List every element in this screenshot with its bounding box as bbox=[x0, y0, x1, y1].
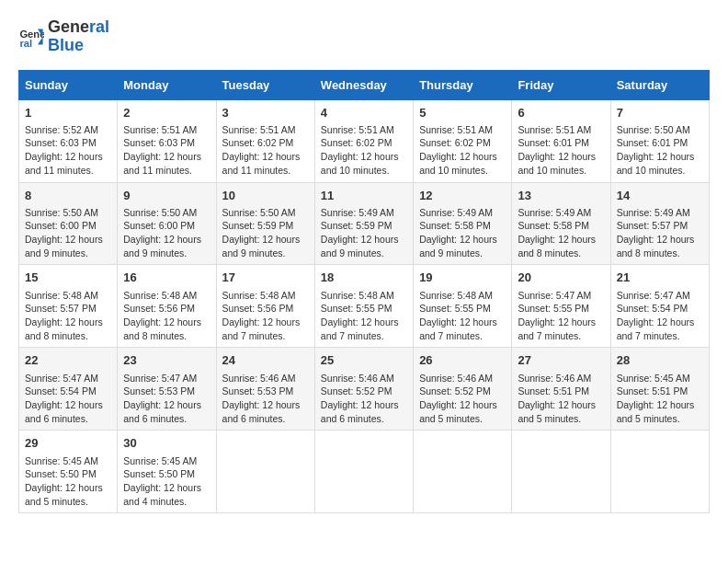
calendar-day-cell: 27Sunrise: 5:46 AM Sunset: 5:51 PM Dayli… bbox=[512, 348, 610, 431]
calendar-day-cell bbox=[314, 431, 413, 513]
calendar-day-cell bbox=[610, 431, 709, 513]
header-row: SundayMondayTuesdayWednesdayThursdayFrid… bbox=[19, 70, 710, 99]
calendar-day-cell: 1Sunrise: 5:52 AM Sunset: 6:03 PM Daylig… bbox=[19, 99, 118, 182]
day-number: 7 bbox=[617, 105, 703, 121]
day-info: Sunrise: 5:51 AM Sunset: 6:03 PM Dayligh… bbox=[123, 123, 210, 178]
calendar-table: SundayMondayTuesdayWednesdayThursdayFrid… bbox=[18, 70, 710, 514]
calendar-day-cell: 26Sunrise: 5:46 AM Sunset: 5:52 PM Dayli… bbox=[414, 348, 512, 431]
calendar-day-cell: 16Sunrise: 5:48 AM Sunset: 5:56 PM Dayli… bbox=[118, 265, 216, 348]
day-number: 28 bbox=[617, 352, 703, 369]
day-info: Sunrise: 5:50 AM Sunset: 6:01 PM Dayligh… bbox=[617, 123, 703, 178]
day-info: Sunrise: 5:46 AM Sunset: 5:53 PM Dayligh… bbox=[222, 372, 309, 426]
logo-icon: Gene ral bbox=[18, 24, 44, 50]
calendar-week-row: 1Sunrise: 5:52 AM Sunset: 6:03 PM Daylig… bbox=[19, 99, 710, 182]
page-header: Gene ral GeneralBlue bbox=[18, 18, 710, 55]
day-number: 16 bbox=[123, 270, 210, 286]
day-number: 18 bbox=[321, 270, 407, 286]
day-info: Sunrise: 5:51 AM Sunset: 6:02 PM Dayligh… bbox=[222, 123, 309, 178]
day-number: 14 bbox=[617, 188, 703, 204]
day-info: Sunrise: 5:51 AM Sunset: 6:02 PM Dayligh… bbox=[419, 123, 506, 178]
day-number: 10 bbox=[222, 188, 309, 204]
weekday-header: Saturday bbox=[610, 70, 709, 99]
calendar-header: SundayMondayTuesdayWednesdayThursdayFrid… bbox=[19, 70, 710, 99]
calendar-day-cell: 3Sunrise: 5:51 AM Sunset: 6:02 PM Daylig… bbox=[216, 99, 314, 182]
calendar-day-cell: 2Sunrise: 5:51 AM Sunset: 6:03 PM Daylig… bbox=[118, 99, 216, 182]
day-info: Sunrise: 5:51 AM Sunset: 6:01 PM Dayligh… bbox=[518, 123, 604, 178]
day-info: Sunrise: 5:45 AM Sunset: 5:51 PM Dayligh… bbox=[617, 372, 703, 426]
calendar-day-cell: 9Sunrise: 5:50 AM Sunset: 6:00 PM Daylig… bbox=[118, 182, 216, 265]
day-info: Sunrise: 5:46 AM Sunset: 5:51 PM Dayligh… bbox=[518, 372, 604, 426]
calendar-day-cell bbox=[216, 431, 314, 513]
calendar-day-cell bbox=[512, 431, 610, 513]
day-number: 30 bbox=[123, 435, 210, 452]
day-info: Sunrise: 5:48 AM Sunset: 5:56 PM Dayligh… bbox=[222, 289, 309, 343]
day-info: Sunrise: 5:45 AM Sunset: 5:50 PM Dayligh… bbox=[123, 454, 210, 509]
day-info: Sunrise: 5:48 AM Sunset: 5:55 PM Dayligh… bbox=[419, 289, 506, 343]
calendar-week-row: 8Sunrise: 5:50 AM Sunset: 6:00 PM Daylig… bbox=[19, 182, 710, 265]
calendar-day-cell: 15Sunrise: 5:48 AM Sunset: 5:57 PM Dayli… bbox=[19, 265, 118, 348]
day-number: 21 bbox=[617, 270, 703, 286]
day-number: 15 bbox=[25, 270, 111, 286]
svg-text:ral: ral bbox=[19, 38, 32, 49]
day-info: Sunrise: 5:45 AM Sunset: 5:50 PM Dayligh… bbox=[25, 454, 111, 509]
day-number: 8 bbox=[25, 188, 111, 204]
calendar-day-cell: 12Sunrise: 5:49 AM Sunset: 5:58 PM Dayli… bbox=[414, 182, 512, 265]
day-info: Sunrise: 5:49 AM Sunset: 5:58 PM Dayligh… bbox=[518, 206, 604, 260]
calendar-week-row: 29Sunrise: 5:45 AM Sunset: 5:50 PM Dayli… bbox=[19, 431, 710, 513]
calendar-day-cell: 23Sunrise: 5:47 AM Sunset: 5:53 PM Dayli… bbox=[118, 348, 216, 431]
calendar-week-row: 15Sunrise: 5:48 AM Sunset: 5:57 PM Dayli… bbox=[19, 265, 710, 348]
calendar-day-cell: 21Sunrise: 5:47 AM Sunset: 5:54 PM Dayli… bbox=[610, 265, 709, 348]
day-info: Sunrise: 5:47 AM Sunset: 5:55 PM Dayligh… bbox=[518, 289, 604, 343]
calendar-day-cell: 30Sunrise: 5:45 AM Sunset: 5:50 PM Dayli… bbox=[118, 431, 216, 513]
logo-text: GeneralBlue bbox=[48, 18, 109, 55]
day-number: 26 bbox=[419, 352, 506, 369]
day-info: Sunrise: 5:49 AM Sunset: 5:59 PM Dayligh… bbox=[321, 206, 407, 260]
day-info: Sunrise: 5:48 AM Sunset: 5:57 PM Dayligh… bbox=[25, 289, 111, 343]
day-number: 1 bbox=[25, 105, 111, 121]
day-info: Sunrise: 5:50 AM Sunset: 5:59 PM Dayligh… bbox=[222, 206, 309, 260]
calendar-day-cell: 24Sunrise: 5:46 AM Sunset: 5:53 PM Dayli… bbox=[216, 348, 314, 431]
day-info: Sunrise: 5:49 AM Sunset: 5:57 PM Dayligh… bbox=[617, 206, 703, 260]
day-info: Sunrise: 5:47 AM Sunset: 5:53 PM Dayligh… bbox=[123, 372, 210, 426]
day-info: Sunrise: 5:51 AM Sunset: 6:02 PM Dayligh… bbox=[321, 123, 407, 178]
calendar-day-cell: 8Sunrise: 5:50 AM Sunset: 6:00 PM Daylig… bbox=[19, 182, 118, 265]
weekday-header: Friday bbox=[512, 70, 610, 99]
calendar-day-cell: 14Sunrise: 5:49 AM Sunset: 5:57 PM Dayli… bbox=[610, 182, 709, 265]
calendar-day-cell: 4Sunrise: 5:51 AM Sunset: 6:02 PM Daylig… bbox=[314, 99, 413, 182]
day-number: 24 bbox=[222, 352, 309, 369]
calendar-day-cell: 18Sunrise: 5:48 AM Sunset: 5:55 PM Dayli… bbox=[314, 265, 413, 348]
day-info: Sunrise: 5:46 AM Sunset: 5:52 PM Dayligh… bbox=[419, 372, 506, 426]
calendar-body: 1Sunrise: 5:52 AM Sunset: 6:03 PM Daylig… bbox=[19, 99, 710, 513]
day-number: 9 bbox=[123, 188, 210, 204]
day-number: 29 bbox=[25, 435, 111, 452]
calendar-day-cell: 29Sunrise: 5:45 AM Sunset: 5:50 PM Dayli… bbox=[19, 431, 118, 513]
day-number: 5 bbox=[419, 105, 506, 121]
day-number: 12 bbox=[419, 188, 506, 204]
day-number: 4 bbox=[321, 105, 407, 121]
calendar-day-cell: 13Sunrise: 5:49 AM Sunset: 5:58 PM Dayli… bbox=[512, 182, 610, 265]
calendar-day-cell: 22Sunrise: 5:47 AM Sunset: 5:54 PM Dayli… bbox=[19, 348, 118, 431]
day-number: 27 bbox=[518, 352, 604, 369]
weekday-header: Monday bbox=[118, 70, 216, 99]
day-number: 19 bbox=[419, 270, 506, 286]
day-number: 25 bbox=[321, 352, 407, 369]
day-info: Sunrise: 5:50 AM Sunset: 6:00 PM Dayligh… bbox=[25, 206, 111, 260]
day-info: Sunrise: 5:47 AM Sunset: 5:54 PM Dayligh… bbox=[617, 289, 703, 343]
day-number: 20 bbox=[518, 270, 604, 286]
calendar-day-cell: 20Sunrise: 5:47 AM Sunset: 5:55 PM Dayli… bbox=[512, 265, 610, 348]
weekday-header: Sunday bbox=[19, 70, 118, 99]
day-number: 11 bbox=[321, 188, 407, 204]
calendar-day-cell: 28Sunrise: 5:45 AM Sunset: 5:51 PM Dayli… bbox=[610, 348, 709, 431]
day-info: Sunrise: 5:48 AM Sunset: 5:55 PM Dayligh… bbox=[321, 289, 407, 343]
calendar-day-cell: 6Sunrise: 5:51 AM Sunset: 6:01 PM Daylig… bbox=[512, 99, 610, 182]
day-info: Sunrise: 5:50 AM Sunset: 6:00 PM Dayligh… bbox=[123, 206, 210, 260]
calendar-day-cell: 25Sunrise: 5:46 AM Sunset: 5:52 PM Dayli… bbox=[314, 348, 413, 431]
calendar-day-cell: 17Sunrise: 5:48 AM Sunset: 5:56 PM Dayli… bbox=[216, 265, 314, 348]
day-number: 23 bbox=[123, 352, 210, 369]
day-info: Sunrise: 5:49 AM Sunset: 5:58 PM Dayligh… bbox=[419, 206, 506, 260]
weekday-header: Wednesday bbox=[314, 70, 413, 99]
weekday-header: Thursday bbox=[414, 70, 512, 99]
day-number: 2 bbox=[123, 105, 210, 121]
weekday-header: Tuesday bbox=[216, 70, 314, 99]
day-info: Sunrise: 5:48 AM Sunset: 5:56 PM Dayligh… bbox=[123, 289, 210, 343]
